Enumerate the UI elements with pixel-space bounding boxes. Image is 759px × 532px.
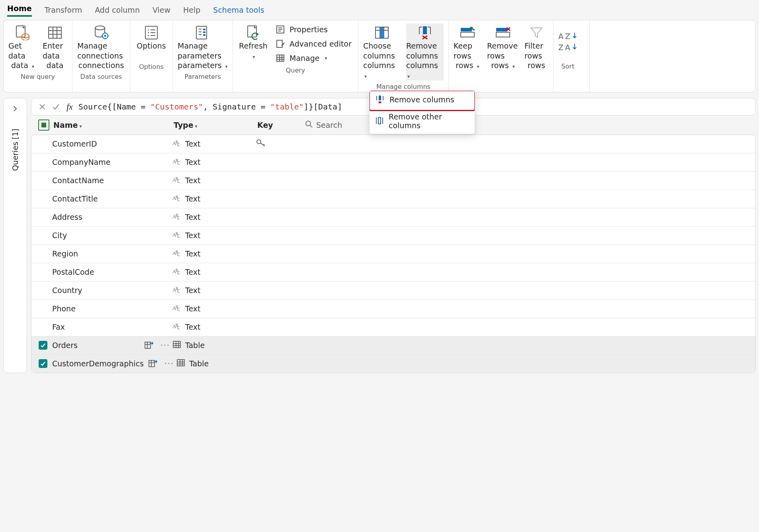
svg-rect-41 <box>380 27 384 38</box>
get-data-button[interactable]: Get datadata ▾ <box>8 23 37 70</box>
table-row[interactable]: Orders···Table <box>31 336 755 355</box>
svg-text:C: C <box>177 289 180 293</box>
type-label: Table <box>189 359 209 368</box>
dd-remove-columns-label: Remove columns <box>389 95 454 104</box>
svg-point-17 <box>148 32 149 33</box>
column-name: CustomerDemographics <box>52 359 144 368</box>
tab-view[interactable]: View <box>153 3 170 17</box>
group-data-sources: Manage connectionsconnections Data sourc… <box>72 20 130 92</box>
type-label: Text <box>185 249 200 258</box>
search-input[interactable]: Search <box>305 120 342 130</box>
cancel-formula-button[interactable] <box>37 102 47 112</box>
ribbon-tabs: HomeTransformAdd columnViewHelpSchema to… <box>0 0 759 17</box>
more-options-button[interactable]: ··· <box>158 341 172 350</box>
table-row[interactable]: RegionABCText <box>31 245 755 263</box>
get-data-icon <box>15 24 31 41</box>
tab-transform[interactable]: Transform <box>45 3 82 17</box>
manage-query-button[interactable]: Manage▾ <box>274 52 353 64</box>
queries-pane-label[interactable]: Queries [1] <box>11 129 20 171</box>
svg-rect-24 <box>203 34 205 36</box>
more-options-button[interactable]: ··· <box>162 359 176 368</box>
table-row[interactable]: CountryABCText <box>31 282 755 300</box>
expand-queries-button[interactable] <box>7 101 23 117</box>
remove-columns-label: Remove columns <box>406 41 444 61</box>
column-name: ContactName <box>52 176 104 185</box>
schema-table: CustomerIDABCTextCompanyNameABCTextConta… <box>31 135 756 373</box>
commit-formula-button[interactable] <box>51 102 61 112</box>
table-row[interactable]: CityABCText <box>31 227 755 245</box>
column-name: City <box>52 231 67 240</box>
type-label: Text <box>185 194 200 203</box>
tab-add-column[interactable]: Add column <box>95 3 140 17</box>
table-row[interactable]: ContactTitleABCText <box>31 190 755 208</box>
table-row[interactable]: FaxABCText <box>31 318 755 336</box>
get-data-label: Get data <box>8 41 37 61</box>
svg-rect-22 <box>203 29 205 30</box>
options-button[interactable]: Options <box>135 23 168 61</box>
tab-home[interactable]: Home <box>7 2 32 17</box>
svg-text:C: C <box>177 198 180 202</box>
select-all-checkbox[interactable] <box>38 119 49 131</box>
svg-rect-35 <box>277 55 284 61</box>
header-key[interactable]: Key <box>257 121 305 129</box>
table-row[interactable]: ContactNameABCText <box>31 172 755 190</box>
row-checkbox[interactable] <box>39 359 47 368</box>
queries-pane-collapsed: Queries [1] <box>3 98 27 373</box>
table-row[interactable]: CompanyNameABCText <box>31 153 755 172</box>
svg-rect-109 <box>177 360 184 366</box>
database-gear-icon <box>93 24 109 41</box>
dd-remove-other-label: Remove other columns <box>389 112 469 130</box>
advanced-editor-button[interactable]: Advanced editor <box>274 38 353 50</box>
dd-remove-other-columns[interactable]: Remove other columns <box>370 108 475 134</box>
enter-data-button[interactable]: Enter datadata <box>43 23 67 70</box>
search-icon <box>305 120 313 130</box>
svg-rect-26 <box>199 31 201 32</box>
svg-rect-47 <box>423 26 427 34</box>
sort-asc-button[interactable]: AZ <box>558 32 577 41</box>
group-parameters: Manage parametersparameters ▾ Parameters <box>173 20 233 92</box>
column-name: CompanyName <box>52 158 110 166</box>
type-label: Text <box>185 286 200 295</box>
table-row[interactable]: PostalCodeABCText <box>31 263 755 282</box>
choose-columns-button[interactable]: Choose columnscolumns ▾ <box>363 23 401 80</box>
keep-rows-button[interactable]: Keep rowsrows ▾ <box>454 23 481 70</box>
table-row[interactable]: PhoneABCText <box>31 300 755 318</box>
manage-query-label: Manage <box>290 54 319 63</box>
type-label: Text <box>185 304 200 313</box>
arrow-down-icon <box>572 43 577 52</box>
manage-connections-button[interactable]: Manage connectionsconnections <box>77 23 125 70</box>
options-label: Options <box>137 41 166 51</box>
fx-icon[interactable]: fx <box>67 102 73 112</box>
remove-rows-button[interactable]: Remove rowsrows ▾ <box>487 23 519 70</box>
properties-button[interactable]: Properties <box>274 23 353 35</box>
group-label-query: Query <box>286 66 305 74</box>
column-name: PostalCode <box>52 268 94 276</box>
svg-rect-27 <box>199 34 201 35</box>
tab-help[interactable]: Help <box>183 3 200 17</box>
svg-text:C: C <box>177 179 180 184</box>
svg-rect-34 <box>277 40 282 47</box>
advanced-editor-icon <box>275 39 286 49</box>
sort-desc-button[interactable]: ZA <box>558 43 577 52</box>
header-type[interactable]: Type▾ <box>174 121 257 129</box>
table-row[interactable]: CustomerIDABCText <box>31 135 755 153</box>
table-row[interactable]: CustomerDemographics···Table <box>31 355 755 373</box>
table-row[interactable]: AddressABCText <box>31 208 755 227</box>
manage-parameters-button[interactable]: Manage parametersparameters ▾ <box>178 23 228 70</box>
svg-text:C: C <box>177 307 180 312</box>
group-sort: AZ ZA Sort <box>554 20 590 92</box>
svg-rect-25 <box>199 29 201 29</box>
expand-related-icon[interactable] <box>148 359 158 368</box>
svg-rect-57 <box>378 117 381 124</box>
text-type-icon: ABC <box>172 267 181 277</box>
expand-related-icon[interactable] <box>144 341 154 350</box>
refresh-button[interactable]: Refresh▾ <box>238 23 269 61</box>
svg-text:C: C <box>177 143 180 147</box>
table-type-icon <box>172 340 181 350</box>
tab-schema-tools[interactable]: Schema tools <box>213 3 264 17</box>
remove-columns-dropdown: Remove columns Remove other columns <box>369 90 475 134</box>
dd-remove-columns[interactable]: Remove columns <box>370 91 475 108</box>
header-name[interactable]: Name▾ <box>53 121 174 129</box>
remove-columns-button[interactable]: Remove columnscolumns ▾ <box>406 23 444 80</box>
row-checkbox[interactable] <box>39 341 47 350</box>
